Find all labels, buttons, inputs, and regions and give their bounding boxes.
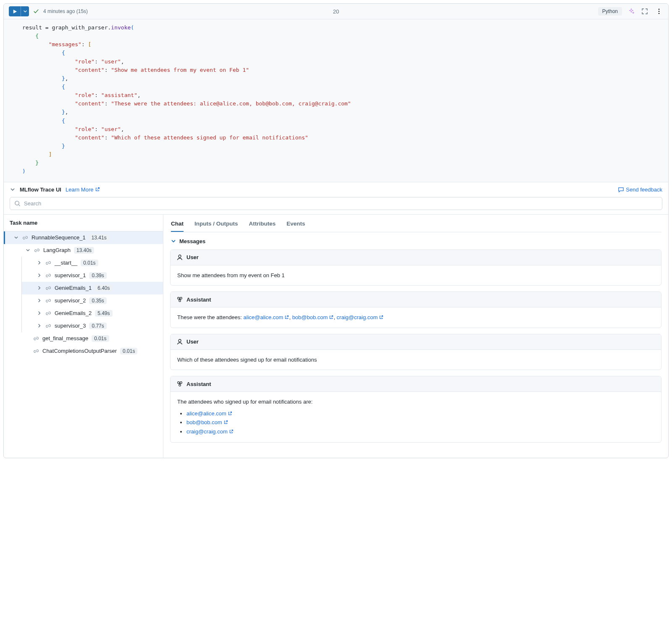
chevron-right-icon[interactable]: [36, 260, 42, 265]
code-token: {: [35, 33, 39, 39]
email-link[interactable]: bob@bob.com: [292, 313, 334, 322]
tab-chat[interactable]: Chat: [171, 219, 184, 232]
send-feedback-link[interactable]: Send feedback: [618, 186, 662, 193]
expand-icon[interactable]: [640, 7, 649, 16]
run-dropdown-button[interactable]: [21, 6, 29, 16]
code-token: "messages": [49, 41, 81, 47]
kebab-menu-icon[interactable]: [655, 7, 663, 16]
chevron-down-icon: [23, 9, 27, 13]
search-icon: [14, 200, 21, 207]
detail-tabs: Chat Inputs / Outputs Attributes Events: [170, 215, 662, 232]
tree-node-chatcompletionsoutputparser[interactable]: ChatCompletionsOutputParser 0.01s: [13, 345, 163, 357]
cell-number: 20: [333, 8, 339, 15]
duration-badge: 0.77s: [89, 323, 106, 329]
email-text: alice@alice.com: [186, 410, 226, 418]
tree-node-getfinalmessage[interactable]: get_final_message 0.01s: [13, 332, 163, 345]
tab-events[interactable]: Events: [286, 219, 305, 232]
chevron-down-icon[interactable]: [25, 248, 31, 252]
assistant-icon: [176, 296, 183, 303]
span-link-icon: [45, 310, 51, 316]
tree-header: Task name: [4, 215, 163, 231]
tree-node-genieemails1[interactable]: GenieEmails_1 6.40s: [22, 282, 163, 294]
chevron-right-icon[interactable]: [36, 298, 42, 303]
code-token: "content": [75, 67, 104, 73]
list-item: alice@alice.com: [186, 410, 654, 418]
tab-inputs-outputs[interactable]: Inputs / Outputs: [194, 219, 238, 232]
code-token: [: [88, 41, 92, 47]
duration-badge: 0.35s: [89, 297, 106, 304]
duration-badge: 0.01s: [81, 260, 98, 266]
search-input[interactable]: Search: [10, 197, 662, 210]
code-token: }: [62, 75, 65, 81]
chevron-right-icon[interactable]: [36, 273, 42, 278]
chevron-right-icon[interactable]: [36, 311, 42, 315]
trace-detail-pane: Chat Inputs / Outputs Attributes Events …: [163, 215, 668, 458]
chevron-right-icon[interactable]: [36, 323, 42, 328]
message-header: User: [171, 250, 661, 265]
svg-point-4: [178, 255, 181, 257]
message-card-assistant: Assistant These were the attendees: alic…: [170, 291, 662, 328]
message-text: These were the attendees:: [177, 314, 244, 320]
message-header: User: [171, 334, 661, 350]
tree-node-langgraph[interactable]: LangGraph 13.40s: [13, 244, 163, 257]
email-link[interactable]: alice@alice.com: [186, 410, 232, 418]
code-token: "user": [101, 126, 121, 132]
node-label: __start__: [55, 260, 77, 266]
email-link[interactable]: bob@bob.com: [186, 418, 228, 427]
svg-point-8: [178, 339, 181, 342]
play-icon: [13, 9, 17, 14]
code-token: "role": [75, 126, 94, 132]
code-token: graph_with_parser: [49, 24, 108, 31]
messages-section-header[interactable]: Messages: [170, 232, 662, 249]
code-token: "user": [101, 58, 121, 65]
svg-point-1: [659, 11, 660, 12]
collapse-caret-icon[interactable]: [10, 187, 16, 192]
tree-node-start[interactable]: __start__ 0.01s: [22, 257, 163, 269]
duration-badge: 13.41s: [89, 234, 109, 241]
code-token: =: [45, 24, 49, 31]
code-token: "Show me attendees from my event on Feb …: [111, 67, 249, 73]
chevron-down-icon[interactable]: [13, 235, 19, 240]
email-link[interactable]: alice@alice.com: [244, 313, 289, 322]
user-icon: [176, 339, 183, 345]
message-card-assistant: Assistant The attendees who signed up fo…: [170, 376, 662, 443]
run-button-group: [9, 6, 29, 16]
sparkle-icon[interactable]: [628, 8, 635, 15]
code-token: "These were the attendees: alice@alice.c…: [111, 100, 351, 107]
search-placeholder: Search: [24, 200, 41, 207]
email-link[interactable]: craig@craig.com: [337, 313, 384, 322]
span-link-icon: [45, 273, 51, 278]
tree-node-genieemails2[interactable]: GenieEmails_2 5.49s: [22, 307, 163, 320]
node-label: GenieEmails_2: [55, 310, 92, 316]
tree-node-supervisor2[interactable]: supervisor_2 0.35s: [22, 294, 163, 307]
success-check-icon: [33, 8, 39, 14]
tree-node-supervisor1[interactable]: supervisor_1 0.39s: [22, 269, 163, 282]
email-text: bob@bob.com: [292, 313, 328, 322]
svg-point-2: [659, 13, 660, 14]
svg-point-0: [659, 9, 660, 10]
external-link-icon: [329, 315, 333, 320]
duration-badge: 0.01s: [120, 348, 137, 354]
tab-attributes[interactable]: Attributes: [249, 219, 276, 232]
external-link-icon: [223, 420, 228, 425]
message-header: Assistant: [171, 376, 661, 392]
learn-more-link[interactable]: Learn More: [66, 186, 100, 193]
language-badge[interactable]: Python: [598, 7, 622, 16]
node-label: LangGraph: [43, 247, 71, 253]
chevron-right-icon[interactable]: [36, 286, 42, 290]
code-token: {: [62, 50, 65, 56]
tree-node-runnablesequence[interactable]: RunnableSequence_1 13.41s: [4, 231, 163, 244]
node-label: get_final_message: [42, 335, 88, 341]
code-editor[interactable]: result = graph_with_parser.invoke( { "me…: [4, 19, 668, 182]
code-token: {: [62, 84, 65, 90]
external-link-icon: [228, 411, 232, 416]
email-link[interactable]: craig@craig.com: [186, 428, 234, 436]
code-token: ): [22, 168, 26, 174]
code-token: (: [131, 24, 134, 31]
run-button[interactable]: [9, 6, 21, 16]
svg-point-3: [15, 201, 19, 205]
span-link-icon: [45, 323, 51, 329]
node-label: RunnableSequence_1: [32, 234, 86, 241]
tree-node-supervisor3[interactable]: supervisor_3 0.77s: [22, 320, 163, 332]
learn-more-label: Learn More: [66, 186, 93, 193]
